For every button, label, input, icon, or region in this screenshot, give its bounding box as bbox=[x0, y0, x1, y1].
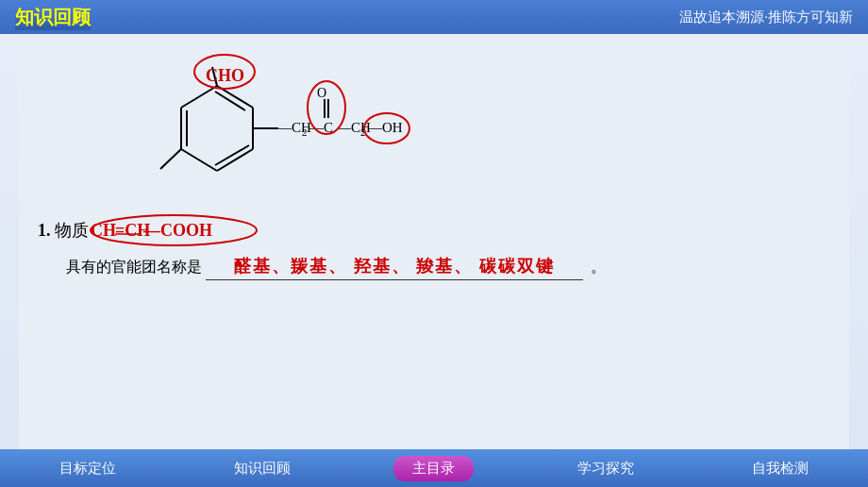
question-text: 具有的官能团名称是 bbox=[66, 258, 202, 277]
question-number: 1. bbox=[38, 221, 51, 241]
svg-text:2: 2 bbox=[302, 126, 308, 138]
content-area: —CH 2 —C —CH 2 —OH O CHO bbox=[19, 34, 849, 449]
header-subtitle: 温故追本溯源·推陈方可知新 bbox=[679, 8, 853, 26]
svg-line-3 bbox=[181, 149, 217, 171]
nav-item-4[interactable]: 自我检测 bbox=[737, 456, 824, 481]
answer-underline: 醛基、羰基、 羟基、 羧基、 碳碳双键 bbox=[206, 255, 583, 280]
header-bar: 知识回顾 温故追本溯源·推陈方可知新 bbox=[0, 0, 868, 34]
question-label: 物质 bbox=[55, 219, 89, 242]
nav-item-0[interactable]: 目标定位 bbox=[44, 456, 131, 481]
page-title: 知识回顾 bbox=[15, 5, 91, 30]
chemical-structure-svg: —CH 2 —C —CH 2 —OH O CHO bbox=[47, 39, 594, 213]
svg-line-20 bbox=[160, 149, 181, 169]
svg-text:O: O bbox=[317, 86, 326, 100]
question-line: 1. 物质 CH =CH —COOH bbox=[38, 213, 830, 247]
svg-text:CHO: CHO bbox=[206, 66, 244, 85]
question-area: 1. 物质 CH =CH —COOH 具有的官能团名称是 醛基、羰基、 羟基、 … bbox=[38, 213, 830, 280]
period: 。 bbox=[591, 258, 606, 277]
svg-text:—COOH: —COOH bbox=[142, 221, 212, 240]
svg-text:—OH: —OH bbox=[367, 120, 403, 135]
answer-line: 具有的官能团名称是 醛基、羰基、 羟基、 羧基、 碳碳双键 。 bbox=[38, 255, 830, 280]
svg-text:CH: CH bbox=[91, 221, 116, 240]
main-content-area: 知识回顾 温故追本溯源·推陈方可知新 —CH bbox=[0, 0, 868, 449]
nav-item-1[interactable]: 知识回顾 bbox=[219, 456, 306, 481]
answer-text: 醛基、羰基、 羟基、 羧基、 碳碳双键 bbox=[234, 257, 555, 276]
navigation-bar: 目标定位 知识回顾 主目录 学习探究 自我检测 bbox=[0, 449, 868, 487]
nav-item-2[interactable]: 主目录 bbox=[393, 456, 474, 481]
formula-svg: CH =CH —COOH bbox=[89, 213, 259, 247]
nav-item-3[interactable]: 学习探究 bbox=[562, 456, 649, 481]
svg-line-5 bbox=[181, 86, 217, 108]
